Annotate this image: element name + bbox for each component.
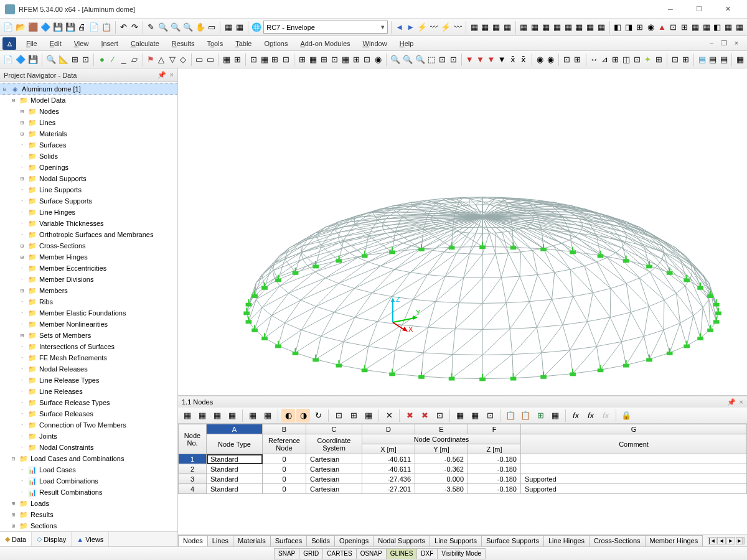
node-icon[interactable]: ● — [97, 53, 106, 67]
save-icon[interactable]: 💾 — [52, 21, 63, 34]
pan-icon[interactable]: ✋ — [195, 21, 206, 34]
sel2-icon[interactable]: ▭ — [205, 53, 215, 67]
t2-4-icon[interactable]: 🔍 — [45, 53, 57, 67]
member-icon[interactable]: ⎯ — [119, 53, 128, 67]
page-icon[interactable]: 📄 — [88, 21, 100, 34]
t2-f-icon[interactable]: ▦ — [308, 53, 317, 67]
calc4-icon[interactable]: ▦ — [552, 21, 562, 34]
layer2-icon[interactable]: ▤ — [708, 53, 718, 67]
table-tab[interactable]: Line Hinges — [543, 535, 590, 546]
t2-d-icon[interactable]: ⊡ — [281, 53, 291, 67]
vis3-icon[interactable]: ▦ — [491, 21, 501, 34]
filter2-icon[interactable]: ▼ — [476, 53, 485, 67]
t2-r-icon[interactable]: ⊡ — [448, 53, 458, 67]
t2-g-icon[interactable]: ⊞ — [319, 53, 329, 67]
line-icon[interactable]: ∕ — [108, 53, 118, 67]
menu-calculate[interactable]: Calculate — [125, 36, 166, 51]
status-toggle[interactable]: CARTES — [322, 548, 356, 559]
t2-2-icon[interactable]: 🔷 — [15, 53, 26, 67]
t2-s-icon[interactable]: ◉ — [535, 53, 544, 67]
calc7-icon[interactable]: ▦ — [585, 21, 595, 34]
tree-item[interactable]: ·📁Surface Releases — [0, 408, 177, 419]
t2-y-icon[interactable]: ▦ — [735, 53, 745, 67]
mod1-icon[interactable]: ◧ — [613, 21, 622, 34]
status-toggle[interactable]: GRID — [299, 548, 323, 559]
t2-b-icon[interactable]: ▦ — [260, 53, 269, 67]
menu-addons[interactable]: Add-on Modules — [294, 36, 356, 51]
tree-item[interactable]: ·📁Openings — [0, 162, 177, 173]
t2-j-icon[interactable]: ⊞ — [352, 53, 361, 67]
t2-e-icon[interactable]: ⊞ — [298, 53, 307, 67]
table-tab[interactable]: Surface Supports — [481, 535, 544, 546]
redo-icon[interactable]: ↷ — [129, 21, 139, 34]
t2-i-icon[interactable]: ▦ — [341, 53, 350, 67]
t2-6-icon[interactable]: ⊞ — [70, 53, 80, 67]
3d-viewport[interactable]: Z Y X — [178, 68, 747, 395]
menu-insert[interactable]: Insert — [95, 36, 125, 51]
mod12-icon[interactable]: ▦ — [735, 21, 745, 34]
fx3-icon[interactable]: fx — [599, 409, 613, 422]
t2-7-icon[interactable]: ⊡ — [81, 53, 90, 67]
navtab-data[interactable]: ◆Data — [0, 532, 32, 546]
result1-icon[interactable]: ⚡ — [416, 21, 428, 34]
t2-5-icon[interactable]: 📐 — [58, 53, 69, 67]
calc1-icon[interactable]: ▦ — [519, 21, 529, 34]
tree-item[interactable]: ·📁Line Release Types — [0, 375, 177, 386]
prev-icon[interactable]: ◄ — [395, 21, 405, 34]
mod6-icon[interactable]: ⊡ — [668, 21, 678, 34]
tree-item[interactable]: ·📊Load Cases — [0, 464, 177, 475]
menu-results[interactable]: Results — [166, 36, 201, 51]
status-toggle[interactable]: GLINES — [386, 548, 418, 559]
table-tab[interactable]: Member Hinges — [645, 535, 703, 546]
t2-w-icon[interactable]: ⊡ — [670, 53, 680, 67]
result4-icon[interactable]: 〰 — [453, 21, 463, 34]
menu-options[interactable]: Options — [258, 36, 294, 51]
print-icon[interactable]: 🖨 — [77, 21, 87, 34]
tree-item[interactable]: ·📊Result Combinations — [0, 487, 177, 498]
vis2-icon[interactable]: ▦ — [481, 21, 491, 34]
tab-last-icon[interactable]: ►| — [736, 537, 745, 544]
dim2-icon[interactable]: ⊿ — [600, 53, 609, 67]
t2-n-icon[interactable]: 🔍 — [402, 53, 413, 67]
maximize-button[interactable]: ☐ — [685, 0, 713, 19]
tt21-icon[interactable]: 📋 — [519, 409, 532, 422]
layer1-icon[interactable]: ▤ — [697, 53, 707, 67]
layer3-icon[interactable]: ▤ — [719, 53, 728, 67]
tree-item[interactable]: ·📁Line Releases — [0, 386, 177, 397]
tree-item[interactable]: ⊞📁Lines — [0, 117, 177, 128]
table-row[interactable]: 1Standard0Cartesian-40.611-0.562-0.180 — [179, 454, 747, 464]
mod9-icon[interactable]: ▦ — [702, 21, 712, 34]
tt18-icon[interactable]: ▦ — [468, 409, 482, 422]
table-tab[interactable]: Cross-Sections — [589, 535, 646, 546]
navigator-tree[interactable]: ⊟◈Aluminum dome [1] ⊟📁Model Data ⊞📁Nodes… — [0, 82, 177, 531]
excel-icon[interactable]: ⊞ — [533, 409, 547, 422]
menu-view[interactable]: View — [68, 36, 95, 51]
tree-item[interactable]: ·📁Variable Thicknesses — [0, 218, 177, 229]
tree-item[interactable]: ⊞📁Cross-Sections — [0, 240, 177, 251]
t2-u-icon[interactable]: ⊡ — [562, 53, 571, 67]
tree-item[interactable]: ·📁Member Divisions — [0, 274, 177, 285]
fx-icon[interactable]: fx — [569, 409, 583, 422]
tree-item[interactable]: ·📁Surfaces — [0, 139, 177, 151]
mod3-icon[interactable]: ⊞ — [635, 21, 645, 34]
dim1-icon[interactable]: ↔ — [589, 53, 598, 67]
menu-edit[interactable]: Edit — [44, 36, 68, 51]
tt9-icon[interactable]: ↻ — [311, 409, 325, 422]
sel1-icon[interactable]: ▭ — [195, 53, 204, 67]
dim4-icon[interactable]: ◫ — [621, 53, 631, 67]
mod10-icon[interactable]: ◧ — [713, 21, 723, 34]
filter1-icon[interactable]: ▼ — [464, 53, 474, 67]
t2-q-icon[interactable]: ⊡ — [438, 53, 447, 67]
status-toggle[interactable]: DXF — [416, 548, 438, 559]
support2-icon[interactable]: ▽ — [167, 53, 177, 67]
table-tab[interactable]: Nodes — [178, 535, 208, 546]
table-tab[interactable]: Materials — [233, 535, 271, 546]
dim5-icon[interactable]: ⊡ — [632, 53, 642, 67]
block-icon[interactable]: 🟫 — [27, 21, 39, 34]
status-toggle[interactable]: OSNAP — [356, 548, 387, 559]
t2-p-icon[interactable]: ⬚ — [427, 53, 436, 67]
nav-close-icon[interactable]: × — [170, 71, 174, 79]
mdi-close-icon[interactable]: × — [731, 39, 742, 47]
tree-item[interactable]: ⊞📁Loads — [0, 498, 177, 509]
mod2-icon[interactable]: ◨ — [624, 21, 634, 34]
